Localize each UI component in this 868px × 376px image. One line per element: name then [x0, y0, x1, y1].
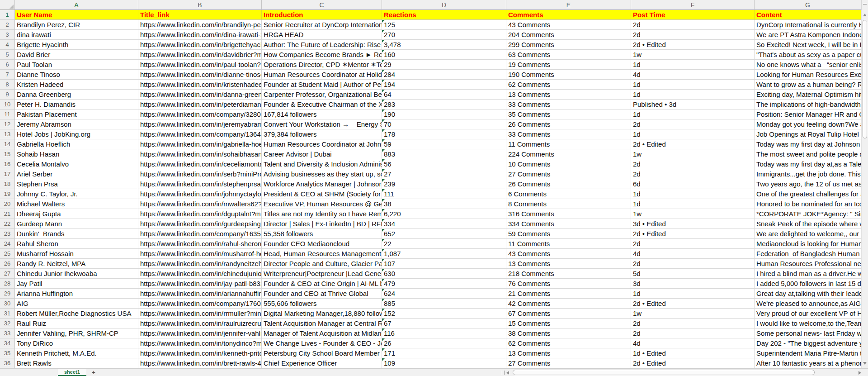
cell-react[interactable]: 38 — [382, 199, 506, 209]
cell-link[interactable]: https://www.linkedin.com/in/davidbrier?m… — [138, 50, 262, 60]
cell-react[interactable]: 270 — [382, 30, 506, 40]
row-number[interactable]: 35 — [0, 348, 15, 358]
column-header-C[interactable]: C — [262, 0, 382, 10]
cell-content[interactable]: Exciting day, Maternal Optimism hit st — [755, 90, 861, 100]
cell-com[interactable]: 204 Comments — [506, 30, 631, 40]
cell-user[interactable]: Kenneth Pritchett, M.A.Ed. — [15, 348, 138, 358]
row-number[interactable]: 26 — [0, 259, 15, 269]
cell-com[interactable]: 26 Comments — [506, 119, 631, 129]
cell-user[interactable]: Michael Walters — [15, 199, 138, 209]
cell-content[interactable]: Great day at,talking with their leaders — [755, 289, 861, 299]
cell-com[interactable]: 10 Comments — [506, 159, 631, 169]
cell-content[interactable]: Some personal news- last Friday was — [755, 328, 861, 338]
cell-react[interactable]: 334 — [382, 219, 506, 229]
cell-user[interactable]: Kristen Hadeed — [15, 80, 138, 90]
horizontal-split-handle[interactable] — [502, 371, 505, 375]
cell-user[interactable]: Brandilyn Perez, CIR — [15, 20, 138, 30]
cell-time[interactable]: 1d — [631, 129, 755, 139]
cell-com[interactable]: 218 Comments — [506, 269, 631, 279]
cell-content[interactable]: Monday got you feeling down?We all — [755, 119, 861, 129]
cell-react[interactable]: 125 — [382, 20, 506, 30]
cell-time[interactable]: 1w — [631, 50, 755, 60]
cell-content[interactable]: No one knows what a “senior enlisted — [755, 60, 861, 70]
cell-link[interactable]: https://www.linkedin.com/in/mwalters62?m — [138, 199, 262, 209]
cell-link[interactable]: https://www.linkedin.com/in/jay-patil-b8… — [138, 279, 262, 289]
cell-content[interactable]: Position: Senior Manager HR and Org — [755, 109, 861, 119]
row-number[interactable]: 5 — [0, 50, 15, 60]
cell-link[interactable]: https://www.linkedin.com/in/peterdiamand… — [138, 100, 262, 109]
cell-link[interactable]: https://www.linkedin.com/in/ariannahuffi… — [138, 289, 262, 299]
cell-com[interactable]: 316 Comments — [506, 209, 631, 219]
cell-react[interactable]: 883 — [382, 149, 506, 159]
row-number[interactable]: 31 — [0, 309, 15, 319]
cell-react[interactable]: 624 — [382, 289, 506, 299]
cell-com[interactable]: 59 Comments — [506, 229, 631, 239]
cell-intro[interactable]: Workforce Analytics Manager | Johnson & … — [262, 179, 382, 189]
cell-react[interactable]: 6,220 — [382, 209, 506, 219]
cell-content[interactable]: Honored to be nominated for an Icon — [755, 199, 861, 209]
cell-com[interactable]: 42 Comments — [506, 299, 631, 309]
cell-time[interactable]: 1d — [631, 289, 755, 299]
row-number[interactable]: 19 — [0, 189, 15, 199]
cell-link[interactable]: https://www.linkedin.com/in/dguptalnt?mi… — [138, 209, 262, 219]
cell-react[interactable]: 239 — [382, 179, 506, 189]
cell-time[interactable]: 1d • Edited — [631, 348, 755, 358]
row-number[interactable]: 25 — [0, 249, 15, 259]
vertical-scrollbar[interactable] — [861, 10, 868, 368]
cell-content[interactable]: "That's about as sexy as a paper cut." — [755, 50, 861, 60]
row-number[interactable]: 27 — [0, 269, 15, 279]
cell-react[interactable]: 27 — [382, 169, 506, 179]
cell-user[interactable]: Jeremy Abramson — [15, 119, 138, 129]
cell-user[interactable]: Danna Greenberg — [15, 90, 138, 100]
cell-time[interactable]: 4d — [631, 249, 755, 259]
cell-react[interactable]: 22 — [382, 239, 506, 249]
cell-react[interactable]: 479 — [382, 279, 506, 289]
cell-intro[interactable]: Career Advisor | Dubai — [262, 149, 382, 159]
cell-user[interactable]: Sohaib Hasan — [15, 149, 138, 159]
cell-user[interactable]: David Brier — [15, 50, 138, 60]
cell-link[interactable]: https://www.linkedin.com/in/sohaibhasan?… — [138, 149, 262, 159]
cell-intro[interactable]: 55,358 followers — [262, 229, 382, 239]
cell-user[interactable]: Dunkin' Brands — [15, 229, 138, 239]
cell-link[interactable]: https://www.linkedin.com/in/paul-toolan?… — [138, 60, 262, 70]
cell-user[interactable]: Paul Toolan — [15, 60, 138, 70]
cell-com[interactable]: 8 Comments — [506, 199, 631, 209]
cell-com[interactable]: 62 Comments — [506, 80, 631, 90]
cell-link[interactable]: https://www.linkedin.com/in/gurdeepsingh… — [138, 219, 262, 229]
cell-intro[interactable]: Human Resources Coordinator at Johnson S — [262, 139, 382, 149]
column-header-A[interactable]: A — [15, 0, 138, 10]
cell-content[interactable]: After 10 fantastic years at a phenome — [755, 358, 861, 368]
add-sheet-button[interactable]: + — [92, 369, 95, 376]
cell-link[interactable]: https://www.linkedin.com/in/raulruizrecr… — [138, 319, 262, 328]
cell-content[interactable]: Job Openings at Royal Tulip Hotel Mu — [755, 129, 861, 139]
cell-link[interactable]: https://www.linkedin.com/in/randyneitzel… — [138, 259, 262, 269]
cell-react[interactable]: 64 — [382, 90, 506, 100]
cell-time[interactable]: 4d — [631, 338, 755, 348]
cell-time[interactable]: 1d — [631, 80, 755, 90]
cell-user[interactable]: Pakistan Placement — [15, 109, 138, 119]
cell-intro[interactable]: Chief Experience Officer — [262, 358, 382, 368]
cell-com[interactable]: 33 Comments — [506, 129, 631, 139]
cell-user[interactable]: Jennifer Vahling, PHR, SHRM-CP — [15, 328, 138, 338]
select-all-button[interactable] — [0, 0, 15, 10]
cell-intro[interactable]: 167,814 followers — [262, 109, 382, 119]
cell-time[interactable]: 1w — [631, 149, 755, 159]
cell-time[interactable]: 2d • Edited — [631, 40, 755, 50]
row-number[interactable]: 20 — [0, 199, 15, 209]
cell-content[interactable]: Immigrants...get the job done. This loo — [755, 169, 861, 179]
cell-com[interactable]: 13 Comments — [506, 259, 631, 269]
cell-link[interactable]: https://www.linkedin.com/company/328087 — [138, 109, 262, 119]
cell-intro[interactable]: Operations Director, CPD ✶Mentor ✶Team — [262, 60, 382, 70]
row-number[interactable]: 15 — [0, 149, 15, 159]
cell-react[interactable]: 283 — [382, 100, 506, 109]
cell-intro[interactable]: 555,606 followers — [262, 299, 382, 309]
cell-link[interactable]: https://www.linkedin.com/in/chinedujunio… — [138, 269, 262, 279]
cell-com[interactable]: 76 Comments — [506, 279, 631, 289]
row-number[interactable]: 1 — [0, 10, 15, 20]
vertical-split-handle[interactable] — [861, 0, 868, 10]
cell-com[interactable]: 299 Comments — [506, 40, 631, 50]
cell-content[interactable]: DynCorp International is currently Hirin… — [755, 20, 861, 30]
cell-com[interactable]: 38 Comments — [506, 328, 631, 338]
cell-content[interactable]: I hired a blind man as a driver.He was — [755, 269, 861, 279]
scroll-left-icon[interactable] — [506, 371, 509, 375]
